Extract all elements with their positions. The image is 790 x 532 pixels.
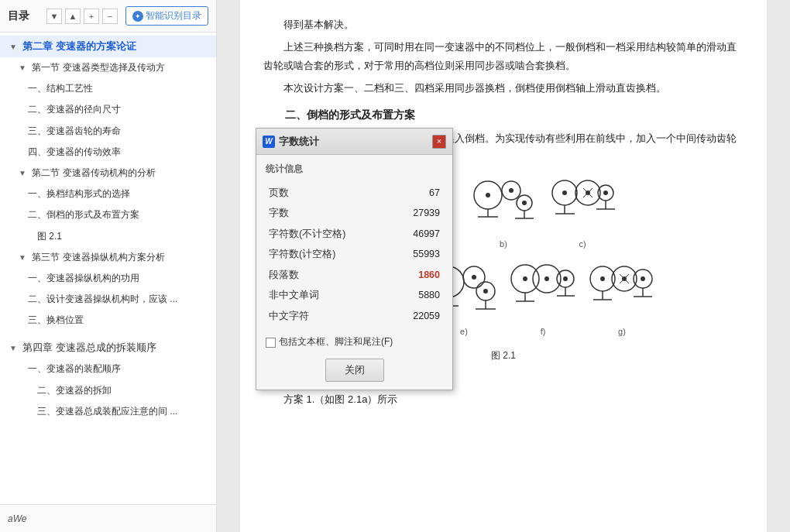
svg-point-13 <box>522 201 527 205</box>
arrow-sec2: ▼ <box>19 167 26 180</box>
sidebar-collapse-btn[interactable]: ▼ <box>46 9 62 24</box>
sidebar-item-s1i2[interactable]: 二、变速器的径向尺寸 <box>0 99 216 120</box>
sidebar-item-sec3[interactable]: ▼ 第三节 变速器操纵机构方案分析 <box>0 247 216 268</box>
sidebar-header-controls: ▼ ▲ + − ✦ 智能识别目录 <box>46 6 208 26</box>
sidebar-bottom: aWe <box>0 504 216 532</box>
svg-point-45 <box>483 289 488 293</box>
stat-label-nonzh-words: 非中文单词 <box>266 285 393 306</box>
arrow-ch2: ▼ <box>9 41 17 53</box>
sidebar-item-ch2-label: 第二章 变速器的方案论证 <box>22 41 136 52</box>
page-area: 得到基本解决。 上述三种换档方案，可同时用在同一变速器中的不同档位上，一般倒档和… <box>240 0 767 532</box>
stat-row-nonzh-words: 非中文单词 5880 <box>266 285 443 306</box>
word-icon: W <box>263 136 275 148</box>
smart-btn-label: 智能识别目录 <box>146 9 201 22</box>
stat-label-words: 字数 <box>266 203 393 224</box>
svg-point-23 <box>603 190 608 195</box>
gear-svg-g <box>587 257 657 319</box>
sidebar-item-s1i1[interactable]: 一、结构工艺性 <box>0 78 216 99</box>
para3: 本次设计方案一、二档和三、四档采用同步器换档，倒档使用倒档轴上滑动直齿换档。 <box>263 79 744 97</box>
sidebar: 目录 ▼ ▲ + − ✦ 智能识别目录 ▼ 第二章 变速器的方案论证 ▼ 第一节… <box>0 0 217 532</box>
sidebar-item-s2i3-label: 图 2.1 <box>37 231 62 242</box>
sidebar-item-sec1-label: 第一节 变速器类型选择及传动方 <box>32 62 164 73</box>
dialog-section-label: 统计信息 <box>266 161 443 178</box>
svg-point-54 <box>544 276 549 281</box>
main-content: 得到基本解决。 上述三种换档方案，可同时用在同一变速器中的不同档位上，一般倒档和… <box>217 0 790 532</box>
stat-row-words: 字数 27939 <box>266 203 443 224</box>
sidebar-item-s4i3[interactable]: 三、变速器总成装配应注意的间 ... <box>0 401 216 422</box>
sidebar-item-s2i1-label: 一、换档结构形式的选择 <box>28 188 130 199</box>
smart-icon: ✦ <box>132 11 143 22</box>
dialog-btn-row: 关闭 <box>266 359 443 382</box>
sidebar-item-s2i1[interactable]: 一、换档结构形式的选择 <box>0 184 216 204</box>
para6: 方案 1.（如图 2.1a）所示 <box>263 390 744 408</box>
sidebar-expand-btn[interactable]: ▲ <box>65 9 81 24</box>
word-count-dialog: W 字数统计 × 统计信息 页数 67 字数 27939 <box>256 128 453 390</box>
smart-recognize-btn[interactable]: ✦ 智能识别目录 <box>125 6 208 26</box>
sidebar-item-s4i2-label: 二、变速器的拆卸 <box>37 385 112 396</box>
gear-diagram-f: f) <box>508 257 578 340</box>
sidebar-item-s4i1-label: 一、变速器的装配顺序 <box>28 363 121 374</box>
dialog-close-action-btn[interactable]: 关闭 <box>325 359 384 382</box>
sidebar-item-sec1[interactable]: ▼ 第一节 变速器类型选择及传动方 <box>0 57 216 78</box>
stat-label-pages: 页数 <box>266 183 393 204</box>
sidebar-item-sec2[interactable]: ▼ 第二节 变速器传动机构的分析 <box>0 163 216 184</box>
dialog-checkbox-row: 包括文本框、脚注和尾注(F) <box>266 334 443 351</box>
dialog-title-text: 字数统计 <box>279 132 319 150</box>
para2: 上述三种换档方案，可同时用在同一变速器中的不同档位上，一般倒档和一档采用结构较简… <box>263 38 744 74</box>
sidebar-tree: ▼ 第二章 变速器的方案论证 ▼ 第一节 变速器类型选择及传动方 一、结构工艺性… <box>0 33 216 504</box>
sidebar-header: 目录 ▼ ▲ + − ✦ 智能识别目录 <box>0 0 216 33</box>
gear-diagram-b: b) <box>469 173 538 252</box>
sidebar-item-s2i3[interactable]: 图 2.1 <box>0 226 216 247</box>
sidebar-item-sec2-label: 第二节 变速器传动机构的分析 <box>32 167 155 178</box>
sidebar-item-s3i1[interactable]: 一、变速器操纵机构的功用 <box>0 268 216 289</box>
sidebar-item-s4i2[interactable]: 二、变速器的拆卸 <box>0 380 216 401</box>
stat-value-zh-chars: 22059 <box>393 306 443 327</box>
fig-label-f: f) <box>508 324 578 340</box>
dialog-close-x-btn[interactable]: × <box>432 135 446 149</box>
stat-value-nonzh-words: 5880 <box>393 285 443 306</box>
gear-svg-c <box>548 173 617 232</box>
dialog-stats-table: 页数 67 字数 27939 字符数(不计空格) 46997 字符数(计空格 <box>266 183 443 327</box>
dialog-body: 统计信息 页数 67 字数 27939 字符数(不计空格) 46997 <box>256 155 452 390</box>
sidebar-item-ch2[interactable]: ▼ 第二章 变速器的方案论证 <box>0 36 216 57</box>
svg-point-55 <box>563 276 568 281</box>
sidebar-item-s3i2[interactable]: 二、设计变速器操纵机构时，应该 ... <box>0 289 216 310</box>
fig-label-g: g) <box>587 324 657 340</box>
sidebar-item-ch4-label: 第四章 变速器总成的拆装顺序 <box>22 342 156 353</box>
sidebar-remove-btn[interactable]: − <box>102 9 118 24</box>
svg-point-65 <box>641 276 645 281</box>
sidebar-item-s2i2[interactable]: 二、倒档的形式及布置方案 <box>0 204 216 225</box>
stat-label-zh-chars: 中文字符 <box>266 306 393 327</box>
gear-svg-b <box>469 173 538 232</box>
gear-diagram-g: g) <box>587 257 657 340</box>
dialog-title-left: W 字数统计 <box>263 132 319 150</box>
stat-value-paragraphs: 1860 <box>393 265 443 286</box>
sidebar-item-s1i3-label: 三、变速器齿轮的寿命 <box>28 125 121 136</box>
sidebar-title: 目录 <box>8 9 29 23</box>
sidebar-item-s3i1-label: 一、变速器操纵机构的功用 <box>28 273 139 283</box>
stat-label-chars-nospace: 字符数(不计空格) <box>266 224 393 245</box>
sidebar-item-s1i3[interactable]: 三、变速器齿轮的寿命 <box>0 121 216 142</box>
stat-row-pages: 页数 67 <box>266 183 443 204</box>
svg-point-11 <box>486 193 490 197</box>
gear-diagram-c: c) <box>548 173 617 252</box>
sidebar-item-s1i4[interactable]: 四、变速器的传动效率 <box>0 142 216 163</box>
stat-label-chars-space: 字符数(计空格) <box>266 244 393 265</box>
stat-value-pages: 67 <box>393 183 443 204</box>
svg-point-44 <box>472 275 476 280</box>
sidebar-add-btn[interactable]: + <box>84 9 99 24</box>
include-textbox-checkbox[interactable] <box>266 338 276 348</box>
stat-value-chars-nospace: 46997 <box>393 224 443 245</box>
svg-point-63 <box>600 276 605 281</box>
para1: 得到基本解决。 <box>263 15 744 33</box>
fig-label-b: b) <box>469 237 538 252</box>
sidebar-item-s3i2-label: 二、设计变速器操纵机构时，应该 ... <box>28 293 177 304</box>
sidebar-item-ch4[interactable]: ▼ 第四章 变速器总成的拆装顺序 <box>0 337 216 359</box>
dialog-titlebar: W 字数统计 × <box>256 129 452 155</box>
sidebar-item-s3i3[interactable]: 三、换档位置 <box>0 310 216 331</box>
stat-row-zh-chars: 中文字符 22059 <box>266 306 443 327</box>
stat-row-chars-space: 字符数(计空格) 55993 <box>266 244 443 265</box>
sidebar-item-s4i1[interactable]: 一、变速器的装配顺序 <box>0 359 216 379</box>
stat-value-words: 27939 <box>393 203 443 224</box>
fig-label-c: c) <box>548 237 617 252</box>
